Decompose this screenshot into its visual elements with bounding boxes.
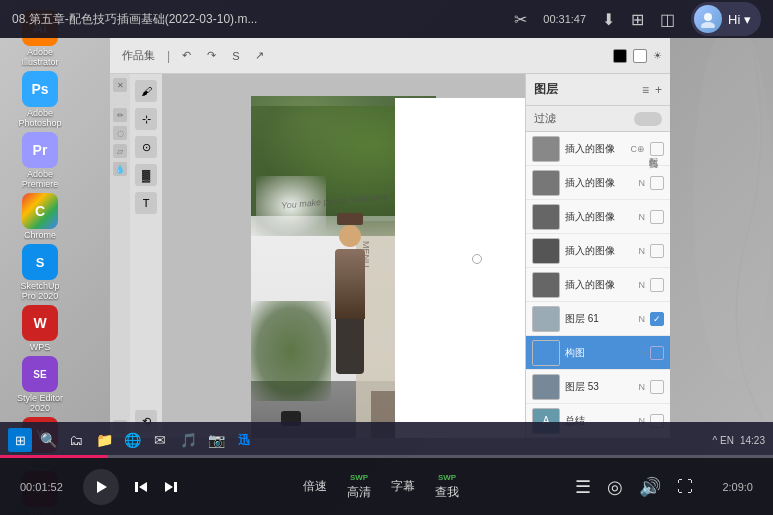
- speed-button[interactable]: 倍速: [303, 478, 327, 495]
- toolbar-move[interactable]: ↗: [251, 47, 268, 64]
- layer-name: 插入的图像: [565, 176, 634, 190]
- tray-icons: ^ EN: [713, 435, 734, 446]
- find-me-button[interactable]: SWP 查我: [435, 473, 459, 501]
- menu-icon[interactable]: ☰: [575, 476, 591, 498]
- next-button[interactable]: [163, 479, 179, 495]
- prev-button[interactable]: [133, 479, 149, 495]
- figure-hat: [337, 213, 363, 225]
- layer-info: 插入的图像: [565, 210, 634, 224]
- nav-close[interactable]: ✕: [113, 78, 127, 92]
- taskbar-media[interactable]: 🎵: [176, 428, 200, 452]
- canvas-area[interactable]: 显示画面 MENU: [162, 74, 525, 438]
- layer-thumbnail: [532, 374, 560, 400]
- taskbar-edge[interactable]: 🌐: [120, 428, 144, 452]
- layer-item[interactable]: 插入的图像 N: [526, 234, 670, 268]
- svg-rect-4: [135, 482, 138, 492]
- layer-item[interactable]: 插入的图像 N: [526, 166, 670, 200]
- user-profile[interactable]: Hi ▾: [691, 2, 761, 36]
- layer-item[interactable]: 插入的图像 C⊕: [526, 132, 670, 166]
- icon-adobe-photoshop[interactable]: Ps AdobePhotoshop: [5, 71, 75, 128]
- nav-eyedrop[interactable]: 💧: [113, 162, 127, 176]
- color-swatch-dark[interactable]: [613, 49, 627, 63]
- subtitle-button[interactable]: 字幕: [391, 478, 415, 495]
- start-button[interactable]: ⊞: [8, 428, 32, 452]
- filter-toggle[interactable]: [634, 112, 662, 126]
- nav-eraser[interactable]: ▱: [113, 144, 127, 158]
- tool-gradient[interactable]: ▓: [135, 164, 157, 186]
- layer-visibility[interactable]: [650, 278, 664, 292]
- layer-info: 插入的图像: [565, 244, 634, 258]
- color-swatch-light[interactable]: [633, 49, 647, 63]
- toolbar-portfolio[interactable]: 作品集: [118, 46, 159, 65]
- pen-cursor: [472, 254, 482, 264]
- layers-icon[interactable]: ◫: [660, 10, 675, 29]
- scissors-icon[interactable]: ✂: [514, 10, 527, 29]
- layer-name: 图层 61: [565, 312, 634, 326]
- layer-thumbnail: [532, 306, 560, 332]
- play-button[interactable]: [83, 469, 119, 505]
- crop-icon[interactable]: ⊞: [631, 10, 644, 29]
- layer-expand-arrow[interactable]: ›: [642, 347, 645, 358]
- layer-item[interactable]: 图层 61 N ✓: [526, 302, 670, 336]
- taskbar-photo[interactable]: 📷: [204, 428, 228, 452]
- taskbar-explorer[interactable]: 📁: [92, 428, 116, 452]
- right-player-controls: ☰ ◎ 🔊 ⛶: [575, 476, 693, 498]
- icon-wps[interactable]: W WPS: [5, 305, 75, 352]
- tool-brush[interactable]: 🖌: [135, 80, 157, 102]
- figure-pants: [336, 319, 364, 374]
- layer-name: 插入的图像: [565, 244, 634, 258]
- taskbar-search[interactable]: 🔍: [36, 428, 60, 452]
- layer-name: 插入的图像: [565, 142, 626, 156]
- tablet-left-nav: ✕ ✏ ◌ ▱ 💧 ⋯: [110, 74, 130, 438]
- svg-rect-6: [174, 482, 177, 492]
- layer-visibility[interactable]: [650, 380, 664, 394]
- artwork-figure: [320, 221, 380, 381]
- icon-style-editor[interactable]: SE Style Editor2020: [5, 356, 75, 413]
- tool-select[interactable]: ⊹: [135, 108, 157, 130]
- volume-icon[interactable]: 🔊: [639, 476, 661, 498]
- layer-item[interactable]: 插入的图像 N: [526, 268, 670, 302]
- top-bar-icons: ✂ 00:31:47 ⬇ ⊞ ◫ Hi ▾: [514, 2, 761, 36]
- layer-item[interactable]: 插入的图像 N: [526, 200, 670, 234]
- video-title: 08.第五章-配色技巧插画基础(2022-03-10).m...: [12, 11, 514, 28]
- layers-list[interactable]: 插入的图像 C⊕ 插入的图像 N: [526, 132, 670, 438]
- taskbar-taskview[interactable]: 🗂: [64, 428, 88, 452]
- layers-filter-icon[interactable]: ≡: [642, 83, 649, 97]
- toolbar-undo[interactable]: ↶: [178, 47, 195, 64]
- layer-thumbnail: [532, 238, 560, 264]
- icon-sketchup[interactable]: S SketchUpPro 2020: [5, 244, 75, 301]
- icon-chrome[interactable]: C Chrome: [5, 193, 75, 240]
- toolbar-redo[interactable]: ↷: [203, 47, 220, 64]
- fullscreen-icon[interactable]: ⛶: [677, 478, 693, 496]
- find-label: 查我: [435, 484, 459, 501]
- layer-item[interactable]: 图层 53 N: [526, 370, 670, 404]
- tool-text[interactable]: T: [135, 192, 157, 214]
- layer-mode: C⊕: [631, 144, 646, 154]
- nav-smudge[interactable]: ◌: [113, 126, 127, 140]
- layer-thumbnail: [532, 170, 560, 196]
- layer-info: 图层 53: [565, 380, 634, 394]
- download-icon[interactable]: ⬇: [602, 10, 615, 29]
- layer-visibility[interactable]: ✓: [650, 312, 664, 326]
- tablet-mode-toggle[interactable]: ☀: [653, 50, 662, 61]
- layer-visibility[interactable]: [650, 346, 664, 360]
- time-total: 2:09:0: [703, 481, 753, 493]
- icon-adobe-premiere[interactable]: Pr AdobePremiere: [5, 132, 75, 189]
- layer-visibility[interactable]: [650, 210, 664, 224]
- layer-item-selected[interactable]: 构图 ›: [526, 336, 670, 370]
- layers-add-icon[interactable]: +: [655, 83, 662, 97]
- quality-button[interactable]: SWP 高清: [347, 473, 371, 501]
- svg-marker-3: [97, 481, 107, 493]
- svg-marker-7: [165, 482, 173, 492]
- target-icon[interactable]: ◎: [607, 476, 623, 498]
- taskbar-mail[interactable]: ✉: [148, 428, 172, 452]
- tool-lasso[interactable]: ⊙: [135, 136, 157, 158]
- video-player-controls: 00:01:52 倍速: [0, 458, 773, 515]
- taskbar-app1[interactable]: 迅: [232, 428, 256, 452]
- layer-thumbnail: [532, 272, 560, 298]
- system-clock: 14:23: [740, 435, 765, 446]
- nav-brush[interactable]: ✏: [113, 108, 127, 122]
- layer-visibility[interactable]: [650, 244, 664, 258]
- layer-visibility[interactable]: [650, 176, 664, 190]
- toolbar-select[interactable]: S: [228, 48, 243, 64]
